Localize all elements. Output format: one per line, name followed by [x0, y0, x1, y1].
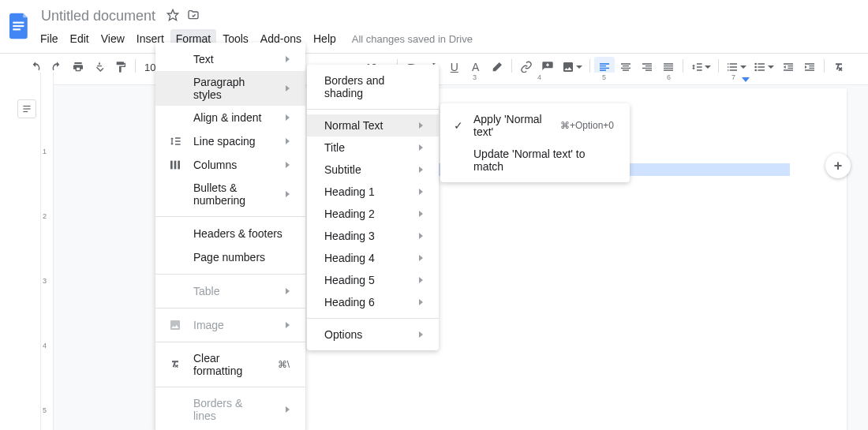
menu-item-align-indent[interactable]: Align & indent [155, 106, 305, 129]
submenu-arrow-icon [419, 211, 423, 217]
explore-button[interactable]: + [825, 153, 851, 178]
menu-item-update-normal-text-to-match[interactable]: Update 'Normal text' to match [440, 143, 630, 178]
docs-logo[interactable] [0, 5, 32, 47]
menu-item-heading-3[interactable]: Heading 3 [307, 225, 439, 247]
menu-item-columns[interactable]: Columns [155, 153, 305, 177]
submenu-arrow-icon [419, 122, 423, 129]
menubar-edit[interactable]: Edit [65, 29, 95, 48]
menu-item-heading-6[interactable]: Heading 6 [307, 291, 439, 313]
document-title[interactable]: Untitled document [38, 6, 159, 26]
submenu-arrow-icon [419, 331, 423, 338]
menu-item-label: Heading 3 [324, 230, 398, 242]
menu-item-label: Title [324, 141, 398, 154]
check-icon: ✓ [451, 119, 466, 132]
menu-item-clear-formatting[interactable]: Clear formatting⌘\ [155, 347, 305, 382]
ruler-tick: 2 [43, 212, 47, 220]
submenu-arrow-icon [419, 144, 423, 151]
normal-text-submenu: ✓Apply 'Normal text'⌘+Option+0Update 'No… [440, 103, 630, 182]
menu-item-label: Columns [193, 159, 265, 171]
menu-item-label: Subtitle [324, 163, 398, 176]
ruler-tick: 4 [537, 73, 541, 81]
ruler-tick: 7 [731, 73, 735, 81]
menu-item-label: Line spacing [193, 135, 265, 148]
submenu-arrow-icon [286, 191, 290, 197]
submenu-arrow-icon [286, 114, 290, 121]
menu-item-heading-5[interactable]: Heading 5 [307, 269, 439, 291]
svg-point-4 [754, 63, 757, 65]
menu-item-label: Heading 1 [324, 185, 398, 198]
menu-item-label: Bullets & numbering [193, 181, 265, 207]
chevron-down-icon [705, 65, 711, 69]
menu-item-borders-lines: Borders & lines [155, 392, 305, 427]
menu-divider [155, 342, 305, 342]
submenu-arrow-icon [419, 255, 423, 261]
menu-shortcut: ⌘\ [278, 359, 290, 370]
menu-item-label: Align & indent [193, 111, 265, 124]
menu-item-table: Table [155, 279, 305, 303]
menu-item-line-spacing[interactable]: Line spacing [155, 129, 305, 153]
menu-divider [307, 109, 439, 110]
menu-item-bullets-numbering[interactable]: Bullets & numbering [155, 177, 305, 211]
menu-item-paragraph-styles[interactable]: Paragraph styles [155, 71, 305, 106]
ruler-tick: 1 [43, 148, 47, 155]
menu-item-label: Clear formatting [193, 352, 267, 377]
submenu-arrow-icon [419, 189, 423, 195]
menu-item-apply-normal-text-[interactable]: ✓Apply 'Normal text'⌘+Option+0 [440, 108, 630, 143]
svg-rect-1 [13, 25, 24, 27]
ruler-tick: 5 [602, 73, 606, 81]
move-folder-icon[interactable] [187, 9, 200, 24]
menu-shortcut: ⌘+Option+0 [560, 120, 614, 131]
columns-icon [168, 158, 182, 172]
left-gutter [0, 73, 41, 430]
menu-item-label: Table [193, 285, 265, 297]
menu-item-label: Borders & lines [193, 397, 265, 422]
menu-item-label: Heading 2 [324, 208, 398, 220]
document-outline-button[interactable] [17, 99, 36, 118]
menu-item-subtitle[interactable]: Subtitle [307, 159, 439, 181]
menubar-help[interactable]: Help [308, 29, 342, 48]
submenu-arrow-icon [286, 162, 290, 168]
header: Untitled document FileEditViewInsertForm… [0, 0, 868, 53]
menubar-view[interactable]: View [95, 29, 130, 48]
menu-item-label: Options [324, 328, 398, 341]
submenu-arrow-icon [419, 277, 423, 283]
menu-item-heading-1[interactable]: Heading 1 [307, 181, 439, 203]
submenu-arrow-icon [419, 233, 423, 239]
svg-rect-0 [13, 22, 24, 24]
indent-marker[interactable] [742, 77, 750, 82]
submenu-arrow-icon [286, 138, 290, 144]
menu-item-heading-2[interactable]: Heading 2 [307, 203, 439, 225]
chevron-down-icon [768, 65, 774, 69]
menu-item-image: Image [155, 313, 305, 337]
menu-item-label: Heading 4 [324, 252, 398, 264]
svg-point-5 [754, 66, 757, 69]
submenu-arrow-icon [286, 322, 290, 328]
chevron-down-icon [740, 65, 746, 69]
menu-item-label: Heading 6 [324, 296, 398, 308]
submenu-arrow-icon [286, 56, 290, 62]
menu-item-page-numbers[interactable]: Page numbers [155, 245, 305, 269]
format-menu: TextParagraph stylesAlign & indentLine s… [155, 43, 305, 430]
menu-item-borders-and-shading[interactable]: Borders and shading [307, 69, 439, 104]
menu-divider [155, 387, 305, 387]
svg-rect-11 [174, 161, 177, 170]
vertical-ruler: 12345 [41, 73, 54, 430]
ruler-tick: 3 [473, 73, 477, 81]
star-icon[interactable] [166, 9, 179, 24]
menu-item-heading-4[interactable]: Heading 4 [307, 247, 439, 269]
menu-item-label: Paragraph styles [193, 76, 265, 101]
menu-item-title[interactable]: Title [307, 136, 439, 159]
menu-item-normal-text[interactable]: Normal Text [307, 114, 439, 136]
menu-item-label: Borders and shading [324, 74, 423, 99]
menu-item-label: Normal Text [324, 119, 398, 132]
submenu-arrow-icon [286, 288, 290, 294]
submenu-arrow-icon [419, 166, 423, 173]
menu-item-text[interactable]: Text [155, 47, 305, 71]
save-status: All changes saved in Drive [352, 33, 473, 45]
menubar-file[interactable]: File [35, 29, 64, 48]
svg-rect-2 [13, 28, 21, 30]
menu-item-headers-footers[interactable]: Headers & footers [155, 222, 305, 245]
submenu-arrow-icon [286, 406, 290, 413]
menu-divider [155, 308, 305, 308]
menu-item-options[interactable]: Options [307, 323, 439, 346]
